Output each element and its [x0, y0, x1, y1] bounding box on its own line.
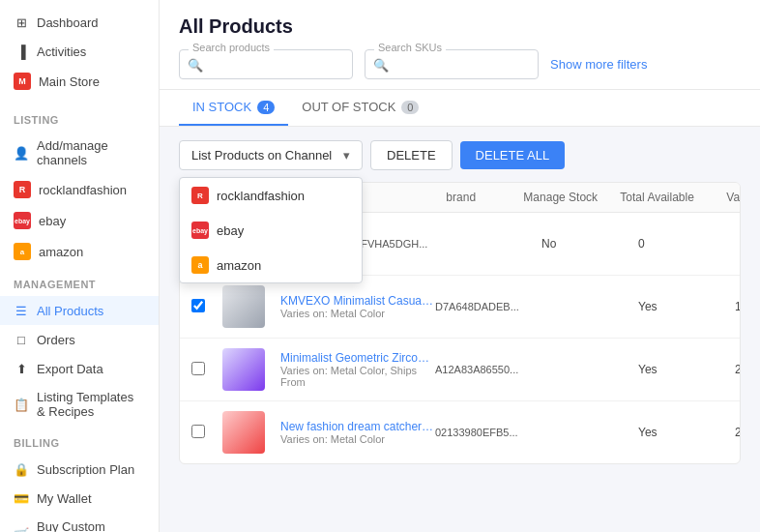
subscription-icon: 🔒: [14, 461, 29, 477]
search-skus-label: Search SKUs: [374, 42, 446, 53]
dropdown-arrow-icon: ▾: [343, 148, 350, 163]
actions-row: List Products on Channel ▾ R rocklandfas…: [179, 140, 741, 170]
sidebar-item-subscription[interactable]: 🔒 Subscription Plan: [0, 455, 159, 484]
table-row: New fashion dream catcher series J... Va…: [180, 401, 740, 463]
sidebar-item-dashboard[interactable]: ⊞ Dashboard: [0, 8, 159, 37]
listing-section-label: Listing: [0, 104, 159, 130]
main-header: All Products Search products 🔍 Search SK…: [160, 0, 760, 90]
listing-templates-icon: 📋: [14, 397, 29, 412]
sidebar-item-wallet[interactable]: 💳 My Wallet: [0, 484, 159, 513]
export-data-icon: ⬆: [14, 361, 29, 376]
product-image: [222, 411, 265, 454]
product-image: [222, 285, 265, 328]
header-brand-col: brand: [446, 191, 523, 204]
wallet-icon: 💳: [14, 490, 29, 506]
sidebar-item-listing-templates[interactable]: 📋 Listing Templates & Recipes: [0, 383, 159, 426]
sidebar-item-ebay[interactable]: ebay ebay: [0, 205, 159, 236]
row-checkbox-2[interactable]: [191, 362, 205, 375]
list-products-dropdown-container: List Products on Channel ▾ R rocklandfas…: [179, 140, 363, 170]
product-variant: Varies on: Metal Color, Ships From: [280, 365, 435, 388]
page-title: All Products: [179, 15, 741, 38]
row-manage-stock: Yes: [638, 300, 735, 313]
amazon-icon: a: [14, 243, 31, 260]
orders-icon: □: [14, 332, 29, 347]
custom-service-icon: 🛒: [14, 526, 29, 532]
search-skus-input[interactable]: [365, 49, 539, 79]
row-manage-stock: No: [541, 237, 638, 251]
row-total-available: 21571: [735, 363, 741, 376]
all-products-icon: ☰: [14, 303, 29, 318]
header-manage-stock-col: Manage Stock: [523, 191, 620, 204]
delete-button[interactable]: DELETE: [370, 140, 453, 170]
row-sku: A12A83A86550...: [435, 364, 561, 375]
dropdown-item-ebay[interactable]: ebay ebay: [180, 213, 362, 248]
sidebar-item-activities[interactable]: ▐ Activities: [0, 37, 159, 66]
row-checkbox-cell: [191, 362, 222, 378]
row-total-available: 10259: [735, 300, 741, 313]
sidebar-item-custom-service[interactable]: 🛒 Buy Custom Service: [0, 513, 159, 532]
sidebar-item-amazon[interactable]: a amazon: [0, 236, 159, 267]
list-products-dropdown-btn[interactable]: List Products on Channel ▾: [179, 140, 363, 170]
dropdown-item-rocklandfashion[interactable]: R rocklandfashion: [180, 178, 362, 213]
sidebar-item-orders[interactable]: □ Orders: [0, 325, 159, 354]
main-content: All Products Search products 🔍 Search SK…: [160, 0, 760, 532]
product-name[interactable]: New fashion dream catcher series J...: [280, 420, 435, 433]
dashboard-icon: ⊞: [14, 15, 29, 30]
tab-in-stock[interactable]: IN STOCK 4: [179, 90, 288, 126]
search-skus-box: Search SKUs 🔍: [365, 49, 539, 79]
product-variant: Varies on: Metal Color: [280, 433, 435, 445]
product-image: [222, 348, 265, 391]
ebay-icon: ebay: [14, 212, 31, 229]
row-manage-stock: Yes: [638, 363, 735, 376]
dropdown-item-amazon[interactable]: a amazon: [180, 248, 362, 282]
dropdown-ebay-icon: ebay: [191, 222, 209, 239]
row-product-cell: New fashion dream catcher series J... Va…: [280, 420, 435, 445]
dropdown-amazon-icon: a: [191, 256, 209, 274]
add-channels-icon: 👤: [14, 145, 29, 161]
row-checkbox-cell: [191, 425, 222, 441]
table-row: KMVEXO Minimalist Casual Neck Ch... Vari…: [180, 276, 740, 339]
row-total-available: 0: [638, 237, 741, 251]
main-store-icon: M: [14, 73, 31, 90]
out-of-stock-badge: 0: [401, 101, 419, 114]
products-area: List Products on Channel ▾ R rocklandfas…: [160, 127, 760, 532]
sidebar-item-export-data[interactable]: ⬆ Export Data: [0, 354, 159, 383]
tab-out-of-stock[interactable]: OUT OF STOCK 0: [288, 90, 432, 126]
management-section-label: Management: [0, 269, 159, 294]
search-products-icon: 🔍: [188, 57, 203, 72]
header-total-available-col: Total Available: [620, 191, 726, 204]
row-manage-stock: Yes: [638, 426, 735, 439]
row-checkbox-3[interactable]: [191, 425, 205, 438]
row-total-available: 24726: [735, 426, 741, 439]
show-more-filters-link[interactable]: Show more filters: [550, 57, 647, 72]
sidebar: ⊞ Dashboard ▐ Activities M Main Store Li…: [0, 0, 160, 532]
delete-all-button[interactable]: DELETE ALL: [460, 141, 566, 169]
billing-section-label: Billing: [0, 428, 159, 453]
dropdown-rl-icon: R: [191, 187, 209, 204]
search-skus-icon: 🔍: [373, 57, 389, 72]
search-products-input[interactable]: [179, 49, 353, 79]
search-products-box: Search products 🔍: [179, 49, 353, 79]
row-image-cell: [222, 411, 280, 454]
sidebar-item-rocklandfashion[interactable]: R rocklandfashion: [0, 174, 159, 205]
sidebar-item-all-products[interactable]: ☰ All Products: [0, 296, 159, 325]
activities-icon: ▐: [14, 44, 29, 59]
row-product-cell: KMVEXO Minimalist Casual Neck Ch... Vari…: [280, 294, 435, 319]
row-product-cell: Minimalist Geometric Zircon Oval Ea... V…: [280, 351, 435, 388]
product-variant: Varies on: Metal Color: [280, 308, 435, 319]
row-checkbox-cell: [191, 299, 222, 315]
sidebar-item-main-store[interactable]: M Main Store: [0, 66, 159, 97]
filters-row: Search products 🔍 Search SKUs 🔍 Show mor…: [179, 49, 741, 79]
sidebar-item-add-channels[interactable]: 👤 Add/manage channels: [0, 132, 159, 174]
product-name[interactable]: Minimalist Geometric Zircon Oval Ea...: [280, 351, 435, 365]
row-sku: D7A648DADEB...: [435, 301, 561, 312]
product-name[interactable]: KMVEXO Minimalist Casual Neck Ch...: [280, 294, 435, 308]
row-checkbox-1[interactable]: [191, 299, 205, 312]
row-image-cell: [222, 348, 280, 391]
tabs-row: IN STOCK 4 OUT OF STOCK 0: [160, 90, 760, 127]
search-products-label: Search products: [189, 42, 274, 53]
in-stock-badge: 4: [257, 101, 275, 114]
row-image-cell: [222, 285, 280, 328]
header-variants-col: Variants: [726, 191, 741, 204]
row-sku: 02133980EFB5...: [435, 427, 561, 438]
